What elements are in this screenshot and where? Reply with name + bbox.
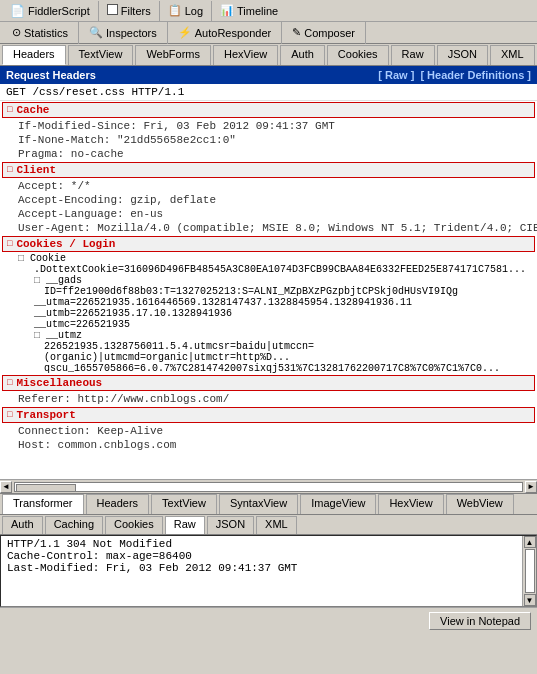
main-tabs: Headers TextView WebForms HexView Auth C… — [0, 44, 537, 66]
list-item: Accept-Encoding: gzip, deflate — [12, 193, 537, 207]
statistics-tab[interactable]: ⊙ Statistics — [2, 22, 79, 44]
subtab-auth[interactable]: Auth — [2, 516, 43, 534]
tab-json[interactable]: JSON — [437, 45, 488, 65]
tab-webview[interactable]: WebView — [446, 494, 514, 514]
cookies-items: □ Cookie .DottextCookie=316096D496FB4854… — [0, 253, 537, 374]
script-icon: 📄 — [10, 4, 25, 18]
stats-icon: ⊙ — [12, 26, 21, 39]
list-item: Accept-Language: en-us — [12, 207, 537, 221]
log-button[interactable]: 📋 Log — [160, 1, 212, 21]
tab-hexview[interactable]: HexView — [213, 45, 278, 65]
list-item: Referer: http://www.cnblogs.com/ — [12, 392, 537, 406]
scroll-up-arrow[interactable]: ▲ — [524, 536, 536, 548]
client-group: □ Client Accept: */* Accept-Encoding: gz… — [0, 162, 537, 235]
tab-textview[interactable]: TextView — [68, 45, 134, 65]
list-item: Connection: Keep-Alive — [12, 424, 537, 438]
request-headers-title-bar: Request Headers [ Raw ] [ Header Definit… — [0, 66, 537, 84]
expand-icon[interactable]: □ — [18, 253, 30, 264]
subtab-xml[interactable]: XML — [256, 516, 297, 534]
header-links: [ Raw ] [ Header Definitions ] — [378, 69, 531, 81]
tab-raw[interactable]: Raw — [391, 45, 435, 65]
content-area[interactable]: GET /css/reset.css HTTP/1.1 □ Cache If-M… — [0, 84, 537, 479]
request-headers-title: Request Headers — [6, 69, 96, 81]
list-item: __utma=226521935.1616446569.1328147437.1… — [28, 297, 537, 308]
hscroll-track[interactable] — [14, 482, 523, 492]
list-item: □ __utmz — [28, 330, 537, 341]
app-window: 📄 FiddlerScript Filters 📋 Log 📊 Timeline… — [0, 0, 537, 633]
transport-group-header[interactable]: □ Transport — [2, 407, 535, 423]
checkbox-icon — [107, 4, 118, 17]
subtab-raw[interactable]: Raw — [165, 516, 205, 534]
timeline-icon: 📊 — [220, 4, 234, 17]
list-item: Accept: */* — [12, 179, 537, 193]
tab-xml[interactable]: XML — [490, 45, 535, 65]
client-group-header[interactable]: □ Client — [2, 162, 535, 178]
timeline-button[interactable]: 📊 Timeline — [212, 1, 286, 21]
scroll-left-arrow[interactable]: ◄ — [0, 481, 12, 493]
subtab-cookies[interactable]: Cookies — [105, 516, 163, 534]
list-item: qscu_1655705866=6.0.7%7C2814742007sixqj5… — [28, 363, 537, 374]
horizontal-scrollbar[interactable]: ◄ ► — [0, 479, 537, 493]
response-area: HTTP/1.1 304 Not Modified Cache-Control:… — [0, 535, 537, 607]
raw-link[interactable]: [ Raw ] — [378, 69, 414, 81]
transport-group: □ Transport Connection: Keep-Alive Host:… — [0, 407, 537, 452]
tab-textview-bottom[interactable]: TextView — [151, 494, 217, 514]
composer-icon: ✎ — [292, 26, 301, 39]
list-item: □ __gads — [28, 275, 537, 286]
vertical-scrollbar[interactable]: ▲ ▼ — [522, 536, 536, 606]
bottom-bar: View in Notepad — [0, 607, 537, 633]
inspector-icon: 🔍 — [89, 26, 103, 39]
tab-headers[interactable]: Headers — [2, 45, 66, 65]
vscroll-track[interactable] — [525, 549, 535, 593]
list-item: ID=ff2e1900d6f88b03:T=1327025213:S=ALNI_… — [28, 286, 537, 297]
expand-icon[interactable]: □ — [34, 275, 46, 286]
tab-cookies[interactable]: Cookies — [327, 45, 389, 65]
misc-group: □ Miscellaneous Referer: http://www.cnbl… — [0, 375, 537, 406]
header-definitions-link[interactable]: [ Header Definitions ] — [420, 69, 531, 81]
scroll-down-arrow[interactable]: ▼ — [524, 594, 536, 606]
collapse-icon: □ — [7, 165, 12, 175]
tab-imageview[interactable]: ImageView — [300, 494, 376, 514]
misc-group-header[interactable]: □ Miscellaneous — [2, 375, 535, 391]
tab-syntaxview[interactable]: SyntaxView — [219, 494, 298, 514]
bottom-tabs: Transformer Headers TextView SyntaxView … — [0, 493, 537, 515]
cookies-group-header[interactable]: □ Cookies / Login — [2, 236, 535, 252]
autoresponder-tab[interactable]: ⚡ AutoResponder — [168, 22, 282, 44]
view-in-notepad-button[interactable]: View in Notepad — [429, 612, 531, 630]
list-item: If-Modified-Since: Fri, 03 Feb 2012 09:4… — [12, 119, 537, 133]
tab-auth[interactable]: Auth — [280, 45, 325, 65]
request-line: GET /css/reset.css HTTP/1.1 — [0, 84, 537, 101]
hscroll-thumb[interactable] — [16, 484, 76, 492]
cache-group: □ Cache If-Modified-Since: Fri, 03 Feb 2… — [0, 102, 537, 161]
list-item: 226521935.1328756011.5.4.utmcsr=baidu|ut… — [28, 341, 537, 363]
tab-hexview-bottom[interactable]: HexView — [378, 494, 443, 514]
bottom-subtabs: Auth Caching Cookies Raw JSON XML — [0, 515, 537, 535]
transport-items: Connection: Keep-Alive Host: common.cnbl… — [0, 424, 537, 452]
expand-icon[interactable]: □ — [34, 330, 46, 341]
tab-headers-bottom[interactable]: Headers — [86, 494, 150, 514]
tab-transformer[interactable]: Transformer — [2, 494, 84, 514]
composer-tab[interactable]: ✎ Composer — [282, 22, 366, 44]
list-item: .DottextCookie=316096D496FB48545A3C80EA1… — [28, 264, 537, 275]
cache-group-header[interactable]: □ Cache — [2, 102, 535, 118]
scroll-right-arrow[interactable]: ► — [525, 481, 537, 493]
subtab-caching[interactable]: Caching — [45, 516, 103, 534]
cookie-value: .DottextCookie=316096D496FB48545A3C80EA1… — [12, 264, 537, 374]
list-item: Host: common.cnblogs.com — [12, 438, 537, 452]
cache-items: If-Modified-Since: Fri, 03 Feb 2012 09:4… — [0, 119, 537, 161]
fiddlerscript-button[interactable]: 📄 FiddlerScript — [2, 1, 99, 21]
subtab-json[interactable]: JSON — [207, 516, 254, 534]
response-content: HTTP/1.1 304 Not Modified Cache-Control:… — [1, 536, 536, 576]
inspectors-tab[interactable]: 🔍 Inspectors — [79, 22, 168, 44]
collapse-icon: □ — [7, 239, 12, 249]
collapse-icon: □ — [7, 410, 12, 420]
list-item: Pragma: no-cache — [12, 147, 537, 161]
tab-webforms[interactable]: WebForms — [135, 45, 211, 65]
filters-button[interactable]: Filters — [99, 1, 160, 21]
list-item: □ Cookie — [12, 253, 537, 264]
lightning-icon: ⚡ — [178, 26, 192, 39]
collapse-icon: □ — [7, 105, 12, 115]
toolbar-second: ⊙ Statistics 🔍 Inspectors ⚡ AutoResponde… — [0, 22, 537, 44]
list-item: __utmb=226521935.17.10.1328941936 — [28, 308, 537, 319]
toolbar-top: 📄 FiddlerScript Filters 📋 Log 📊 Timeline — [0, 0, 537, 22]
